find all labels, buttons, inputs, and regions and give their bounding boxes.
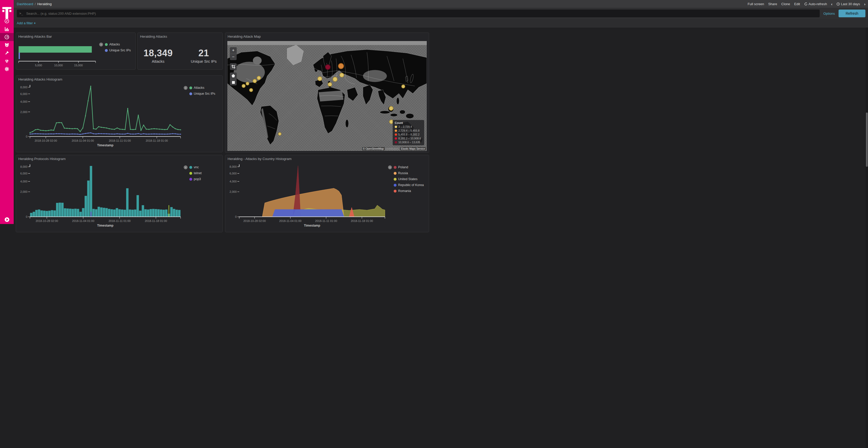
legend-label: Attacks (109, 43, 120, 46)
attack-location-circle[interactable] (249, 88, 253, 92)
svg-text:Timestamp: Timestamp (97, 224, 114, 224)
svg-text:2018-11-11 01:00: 2018-11-11 01:00 (315, 219, 337, 222)
panel-title: Heralding Attacks Bar (16, 33, 135, 39)
svg-text:2018-11-11 01:00: 2018-11-11 01:00 (109, 139, 131, 142)
filter-bar: Add a filter + (14, 19, 434, 27)
map-draw-rectangle-button[interactable] (230, 79, 237, 85)
country-histogram-chart[interactable]: 02,0004,0006,0008,0002018-10-28 02:00201… (227, 162, 388, 224)
legend-item[interactable]: Attacks (105, 43, 134, 46)
legend-item[interactable]: Romania (394, 189, 427, 193)
legend-color-dot (189, 172, 192, 175)
svg-text:4,000: 4,000 (229, 180, 237, 183)
legend-item[interactable]: Republic of Korea (394, 183, 427, 187)
legend-label: Republic of Korea (398, 183, 424, 187)
legend-color-dot (105, 43, 108, 46)
legend-item[interactable]: United States (394, 177, 427, 181)
attack-location-circle[interactable] (257, 76, 261, 80)
legend-item[interactable]: Poland (394, 165, 427, 169)
sidebar-item-monitoring[interactable] (0, 57, 14, 65)
gear-icon (4, 67, 9, 71)
legend-item[interactable]: telnet (189, 171, 220, 175)
svg-text:0: 0 (26, 215, 27, 218)
map-draw-polygon-button[interactable] (230, 72, 237, 79)
add-filter-button[interactable]: Add a filter + (17, 21, 36, 25)
legend-toggle-icon[interactable]: › (99, 43, 103, 46)
map-draw-controls (230, 72, 237, 85)
svg-text:6,000: 6,000 (20, 172, 27, 175)
osm-attribution-link[interactable]: © OpenStreetMap (362, 147, 385, 150)
attack-location-circle[interactable] (317, 76, 322, 81)
attack-location-circle[interactable] (339, 73, 344, 77)
svg-text:Timestamp: Timestamp (97, 143, 114, 147)
sidebar-item-dashboard[interactable] (0, 33, 14, 41)
attack-location-circle[interactable] (333, 77, 337, 82)
legend-toggle-icon[interactable]: › (184, 165, 188, 169)
legend-color-dot (395, 137, 397, 140)
legend-item[interactable]: Russia (394, 171, 427, 175)
legend-item[interactable]: 5,455.8 – 8,182.2 (395, 133, 422, 136)
protocols-histogram-chart[interactable]: 02,0004,0006,0008,0002018-10-28 02:00201… (18, 162, 183, 224)
sidebar-item-visualize[interactable] (0, 25, 14, 33)
svg-text:2018-11-11 01:00: 2018-11-11 01:00 (108, 219, 130, 222)
svg-text:4,000: 4,000 (20, 180, 27, 183)
legend-item[interactable]: 10,908.6 – 13,635 (395, 141, 422, 144)
legend-item[interactable]: vnc (189, 165, 220, 169)
attack-location-circle[interactable] (328, 82, 332, 87)
svg-text:2018-11-18 01:00: 2018-11-18 01:00 (145, 219, 167, 222)
attacks-bar-chart[interactable]: 5,00010,00015,000 (16, 39, 99, 69)
sidebar-item-devtools[interactable] (0, 49, 14, 57)
legend-color-dot (395, 141, 397, 143)
top-navigation-bar: Dashboard / Heralding Full screen Share … (14, 0, 434, 8)
legend-item[interactable]: Attacks (189, 86, 220, 90)
chart-legend: › AttacksUnique Src IPs (183, 82, 221, 152)
legend-toggle-icon[interactable]: › (388, 165, 392, 169)
attack-location-circle[interactable] (325, 64, 331, 70)
sidebar-item-discover[interactable] (0, 17, 14, 25)
panel-attacks-histogram: Heralding Attacks Histogram 02,0004,0006… (16, 75, 223, 152)
attacks-histogram-chart[interactable]: 02,0004,0006,0008,0002018-10-28 02:00201… (18, 82, 183, 148)
chart-legend: › PolandRussiaUnited StatesRepublic of K… (388, 162, 428, 224)
sidebar-item-management[interactable] (0, 65, 14, 73)
legend-label: Attacks (194, 86, 204, 90)
breadcrumb-dashboard-link[interactable]: Dashboard (17, 2, 33, 6)
play-right-icon (6, 218, 8, 221)
attack-location-circle[interactable] (338, 63, 344, 69)
legend-label: 2,729.4 – 5,455.8 (398, 129, 420, 132)
panel-title: Heralding Attack Map (225, 33, 429, 39)
attack-location-circle[interactable] (401, 84, 405, 89)
legend-item[interactable]: Unique Src IPs (105, 48, 134, 52)
legend-label: Russia (398, 171, 408, 175)
ems-attribution-link[interactable]: Elastic Maps Service (400, 147, 426, 150)
panel-attacks-metric: Heralding Attacks 18,349 Attacks 21 Uniq… (137, 33, 223, 70)
map-fit-bounds-button[interactable] (230, 63, 237, 70)
panel-attacks-bar: Heralding Attacks Bar 5,00010,00015,000 … (16, 33, 135, 70)
attack-location-circle[interactable] (246, 82, 249, 85)
legend-item[interactable]: 8,182.2 – 10,908.6 (395, 137, 422, 140)
attack-location-circle[interactable] (389, 106, 394, 111)
legend-toggle-icon[interactable]: › (184, 86, 188, 90)
panel-title: Heralding Attacks Histogram (16, 76, 222, 82)
sidebar-expand-button[interactable] (5, 217, 9, 222)
chart-legend: › vnctelnetpop3 (183, 162, 221, 224)
legend-item[interactable]: Unique Src IPs (189, 92, 220, 96)
attack-location-circle[interactable] (253, 79, 257, 83)
legend-item[interactable]: pop3 (189, 177, 220, 181)
map-zoom-in-button[interactable]: + (230, 47, 237, 54)
compass-icon (4, 19, 9, 24)
attack-location-circle[interactable] (278, 132, 282, 136)
heartbeat-icon (4, 59, 9, 64)
map-zoom-out-button[interactable]: − (230, 54, 237, 60)
dashboard-grid: Heralding Attacks Bar 5,00010,00015,000 … (14, 27, 434, 224)
attack-location-circle[interactable] (242, 84, 246, 88)
legend-item[interactable]: 2,729.4 – 5,455.8 (395, 129, 422, 132)
legend-label: pop3 (194, 177, 201, 181)
sidebar-nav (0, 17, 14, 73)
legend-label: 3 – 2,729.4 (398, 125, 412, 128)
legend-color-dot (189, 178, 192, 181)
sidebar-item-timelion[interactable] (0, 41, 14, 49)
panel-title: Heralding Attacks (138, 33, 222, 39)
legend-item[interactable]: 3 – 2,729.4 (395, 125, 422, 128)
world-map[interactable]: + − Count 3 – 2,729.42,729.4 – 5,455.85,… (227, 41, 427, 151)
search-input[interactable] (26, 11, 434, 16)
square-icon (232, 81, 235, 84)
